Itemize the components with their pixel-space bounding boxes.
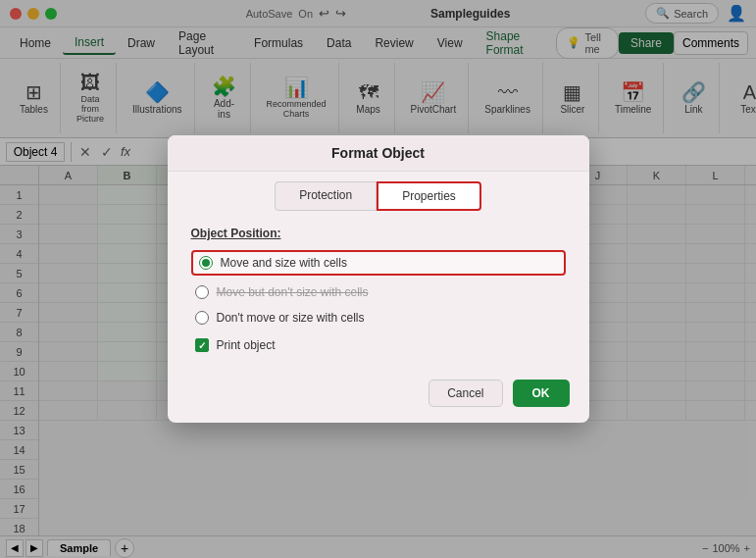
modal-body: Object Position: Move and size with cell… [168, 211, 589, 370]
radio-move-no-size[interactable]: Move but don't size with cells [191, 283, 566, 301]
object-position-label: Object Position: [191, 227, 566, 240]
radio-label-1: Move and size with cells [221, 256, 347, 270]
modal-tabs: Protection Properties [168, 172, 589, 211]
radio-circle-3 [195, 311, 209, 325]
radio-label-2: Move but don't size with cells [217, 285, 369, 299]
format-object-dialog: Format Object Protection Properties Obje… [168, 135, 589, 423]
modal-footer: Cancel OK [168, 370, 589, 423]
radio-circle-2 [195, 285, 209, 299]
ok-button[interactable]: OK [513, 380, 570, 407]
radio-circle-1 [199, 256, 213, 270]
modal-title: Format Object [168, 135, 589, 172]
print-object-checkbox[interactable] [195, 338, 209, 352]
radio-no-move-no-size[interactable]: Don't move or size with cells [191, 309, 566, 327]
cancel-button[interactable]: Cancel [428, 380, 502, 407]
modal-overlay: Format Object Protection Properties Obje… [0, 0, 756, 558]
tab-properties[interactable]: Properties [377, 181, 481, 211]
radio-label-3: Don't move or size with cells [217, 311, 365, 325]
radio-move-size-cells[interactable]: Move and size with cells [191, 250, 566, 276]
print-object-label: Print object [217, 338, 276, 352]
tab-protection[interactable]: Protection [275, 181, 377, 211]
print-object-option[interactable]: Print object [191, 336, 566, 354]
